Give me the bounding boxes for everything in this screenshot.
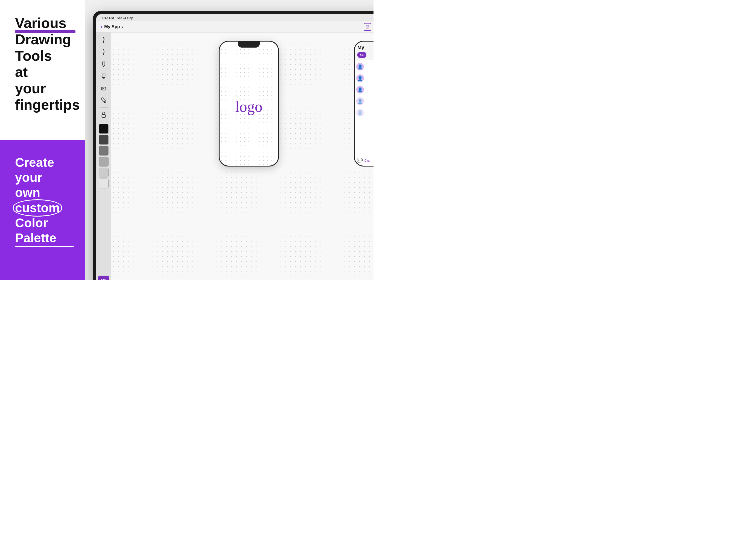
status-date: Sat 24 Sep bbox=[117, 16, 133, 20]
eraser-tool[interactable]: × bbox=[98, 83, 109, 94]
sub-line2: own custom bbox=[15, 185, 60, 215]
pen-tool-2[interactable] bbox=[98, 47, 109, 58]
left-top-section: Various Drawing Tools at your fingertips bbox=[0, 0, 85, 140]
app-title: My App ∨ bbox=[104, 24, 123, 29]
phone2-title: My bbox=[357, 45, 374, 51]
list-item-2: 👤 bbox=[356, 73, 374, 83]
main-heading: Various Drawing Tools at your fingertips bbox=[15, 15, 74, 113]
highlight-tool[interactable] bbox=[98, 71, 109, 82]
custom-circled: custom bbox=[15, 200, 60, 215]
list-item-4: 👤 bbox=[356, 96, 374, 106]
app-content: × bbox=[96, 32, 374, 280]
avatar-2: 👤 bbox=[356, 74, 364, 82]
heading-line3: your fingertips bbox=[15, 80, 74, 113]
status-bar: 6:45 PM Sat 24 Sep •• bbox=[96, 14, 374, 21]
sub-heading: Create your own custom Color Palette bbox=[15, 155, 74, 246]
swatch-black[interactable] bbox=[99, 124, 108, 134]
logo-text: logo bbox=[235, 99, 262, 114]
status-time: 6:45 PM bbox=[102, 16, 114, 20]
list-item-3: 👤 bbox=[356, 85, 374, 95]
nav-bar: ‹ My App ∨ bbox=[96, 21, 374, 32]
swatch-lightest-gray[interactable] bbox=[99, 179, 108, 188]
avatar-icon-4: 👤 bbox=[357, 99, 363, 104]
tool-sidebar: × bbox=[96, 32, 111, 280]
svg-point-1 bbox=[367, 26, 367, 27]
nav-right-icons bbox=[364, 23, 374, 31]
left-panel: Various Drawing Tools at your fingertips… bbox=[0, 0, 85, 280]
layer-tool[interactable] bbox=[98, 109, 109, 120]
swatch-light-gray[interactable] bbox=[99, 157, 108, 167]
left-bottom-section: Create your own custom Color Palette bbox=[0, 140, 85, 280]
back-button[interactable]: ‹ bbox=[101, 23, 103, 30]
phone2-list: 👤 👤 👤 bbox=[355, 60, 374, 155]
avatar-3: 👤 bbox=[356, 86, 364, 94]
phone-mockup-1: logo bbox=[219, 41, 279, 167]
swatch-dark-gray[interactable] bbox=[99, 135, 108, 145]
swatch-lighter-gray[interactable] bbox=[99, 168, 108, 177]
phone-notch bbox=[238, 42, 260, 48]
fill-tool[interactable] bbox=[98, 95, 109, 106]
more-button[interactable]: ••• bbox=[98, 276, 109, 280]
svg-rect-10 bbox=[102, 114, 105, 118]
list-item-5: 👤 bbox=[356, 108, 374, 118]
heading-line1: Various bbox=[15, 15, 74, 31]
right-panel: 6:45 PM Sat 24 Sep •• ‹ My App ∨ bbox=[85, 0, 374, 280]
chat-label: Chat bbox=[364, 159, 370, 162]
page-layout: Various Drawing Tools at your fingertips… bbox=[0, 0, 374, 280]
avatar-icon-1: 👤 bbox=[357, 64, 363, 70]
status-left: 6:45 PM Sat 24 Sep bbox=[102, 16, 133, 20]
pen-tool-1[interactable] bbox=[98, 35, 109, 46]
canvas-area[interactable]: logo My Se bbox=[111, 32, 374, 280]
chevron-icon[interactable]: ∨ bbox=[121, 25, 124, 29]
ipad-shell: 6:45 PM Sat 24 Sep •• ‹ My App ∨ bbox=[93, 11, 374, 280]
list-item-1: 👤 bbox=[356, 62, 374, 72]
image-icon[interactable] bbox=[364, 23, 371, 31]
svg-rect-5 bbox=[102, 74, 105, 77]
phone2-search[interactable]: Se bbox=[357, 52, 366, 58]
avatar-icon-3: 👤 bbox=[357, 87, 363, 93]
ipad-screen: 6:45 PM Sat 24 Sep •• ‹ My App ∨ bbox=[96, 14, 374, 280]
avatar-icon-2: 👤 bbox=[357, 76, 363, 81]
avatar-4: 👤 bbox=[356, 97, 364, 105]
heading-line2: Drawing Tools at bbox=[15, 31, 74, 80]
color-palette-underlined: Color Palette bbox=[15, 215, 74, 246]
svg-text:×: × bbox=[103, 87, 104, 90]
avatar-1: 👤 bbox=[356, 63, 364, 71]
swatch-medium-gray[interactable] bbox=[99, 146, 108, 156]
avatar-5: 👤 bbox=[356, 109, 364, 117]
phone-mockup-2: My Se 👤 bbox=[354, 41, 374, 167]
marker-tool[interactable] bbox=[98, 59, 109, 70]
sub-line1: Create your bbox=[15, 155, 54, 184]
avatar-icon-5: 👤 bbox=[357, 110, 363, 116]
phone2-header: My Se bbox=[355, 42, 374, 60]
drawing-tools-circled: Drawing Tools bbox=[15, 31, 74, 64]
tool-divider-2 bbox=[100, 122, 108, 122]
phone-canvas: logo bbox=[220, 48, 278, 166]
phone2-footer: 💬 Chat bbox=[355, 155, 374, 166]
chat-icon: 💬 bbox=[357, 157, 363, 163]
tool-divider-1 bbox=[100, 107, 108, 108]
